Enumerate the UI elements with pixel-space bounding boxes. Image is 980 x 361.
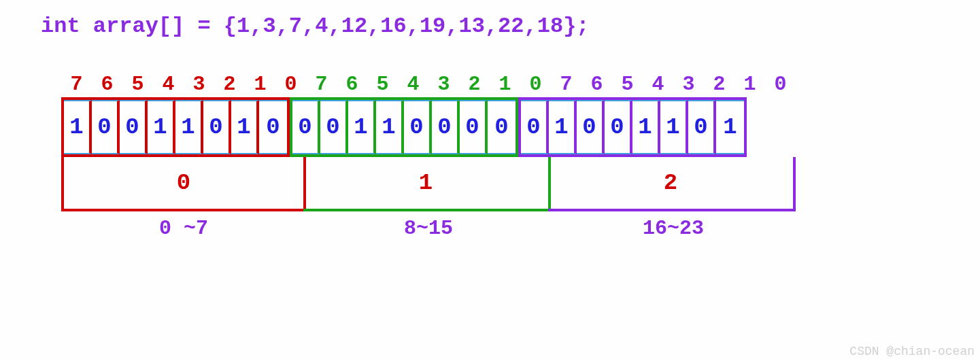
bit-cell: 1 xyxy=(148,100,175,154)
header-cell: 5 xyxy=(612,73,643,96)
bit-cell: 0 xyxy=(404,100,432,154)
box-group-0: 1 0 0 1 1 0 1 0 xyxy=(61,97,290,157)
bit-cell: 1 xyxy=(549,100,577,154)
bit-cell: 0 xyxy=(688,100,716,154)
bit-cell: 0 xyxy=(120,100,148,154)
header-cell: 2 xyxy=(459,73,490,96)
bit-cell: 0 xyxy=(521,100,549,154)
header-group-2: 7 6 5 4 3 2 1 0 xyxy=(551,73,796,96)
bit-cell: 0 xyxy=(488,100,516,154)
header-cell: 7 xyxy=(551,73,581,96)
bucket-0: 0 xyxy=(61,157,306,211)
bit-cell: 1 xyxy=(376,100,404,154)
header-cell: 5 xyxy=(122,73,153,96)
bit-cell: 0 xyxy=(203,100,231,154)
header-cell: 3 xyxy=(673,73,704,96)
bit-cell: 0 xyxy=(320,100,348,154)
header-cell: 3 xyxy=(184,73,214,96)
header-cell: 4 xyxy=(643,73,673,96)
box-group-1: 0 0 1 1 0 0 0 0 xyxy=(290,97,518,157)
header-cell: 3 xyxy=(428,73,459,96)
bit-cell: 1 xyxy=(716,100,744,154)
header-cell: 0 xyxy=(765,73,796,96)
header-cell: 6 xyxy=(581,73,612,96)
box-group-2: 0 1 0 0 1 1 0 1 xyxy=(518,97,747,157)
range-0: 0 ~7 xyxy=(61,211,306,240)
bit-box-row: 1 0 0 1 1 0 1 0 0 0 1 1 0 0 0 0 0 1 0 0 … xyxy=(61,97,939,157)
header-cell: 4 xyxy=(153,73,184,96)
header-cell: 2 xyxy=(704,73,734,96)
range-2: 16~23 xyxy=(551,211,796,240)
header-cell: 6 xyxy=(337,73,367,96)
header-cell: 6 xyxy=(92,73,122,96)
header-cell: 7 xyxy=(61,73,92,96)
bit-header-row: 7 6 5 4 3 2 1 0 7 6 5 4 3 2 1 0 7 6 5 4 … xyxy=(61,73,939,96)
bucket-row: 0 1 2 xyxy=(61,157,939,211)
bit-cell: 1 xyxy=(175,100,203,154)
header-cell: 1 xyxy=(734,73,765,96)
header-cell: 0 xyxy=(520,73,551,96)
bit-cell: 0 xyxy=(432,100,460,154)
bit-cell: 1 xyxy=(660,100,688,154)
header-cell: 4 xyxy=(398,73,428,96)
bit-cell: 1 xyxy=(348,100,376,154)
bucket-2: 2 xyxy=(548,157,796,211)
header-cell: 5 xyxy=(367,73,398,96)
header-cell: 7 xyxy=(306,73,337,96)
header-cell: 1 xyxy=(490,73,520,96)
header-group-1: 7 6 5 4 3 2 1 0 xyxy=(306,73,551,96)
header-group-0: 7 6 5 4 3 2 1 0 xyxy=(61,73,306,96)
bit-cell: 0 xyxy=(460,100,488,154)
range-row: 0 ~7 8~15 16~23 xyxy=(61,211,939,240)
bit-cell: 1 xyxy=(632,100,660,154)
bit-cell: 1 xyxy=(231,100,259,154)
bit-cell: 0 xyxy=(605,100,632,154)
bit-cell: 0 xyxy=(577,100,605,154)
bit-cell: 0 xyxy=(259,100,287,154)
header-cell: 0 xyxy=(275,73,306,96)
bit-cell: 0 xyxy=(92,100,120,154)
header-cell: 1 xyxy=(245,73,275,96)
range-1: 8~15 xyxy=(306,211,551,240)
header-cell: 2 xyxy=(214,73,245,96)
bit-cell: 1 xyxy=(64,100,92,154)
code-title: int array[] = {1,3,7,4,12,16,19,13,22,18… xyxy=(41,14,939,39)
bit-cell: 0 xyxy=(292,100,320,154)
bucket-1: 1 xyxy=(303,157,551,211)
